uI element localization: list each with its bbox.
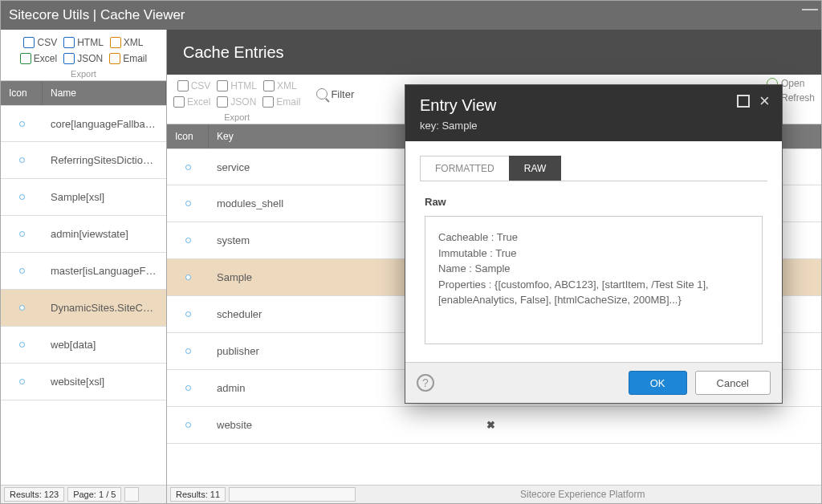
email-icon (262, 96, 274, 108)
row-icon (185, 348, 191, 354)
ok-button[interactable]: OK (629, 371, 687, 395)
row-icon (185, 201, 191, 206)
cache-name: website[xsl] (43, 376, 166, 388)
entries-title: Cache Entries (167, 30, 821, 75)
xml-icon (263, 80, 275, 91)
html-icon (63, 37, 75, 48)
header-icon[interactable]: Icon (167, 124, 209, 148)
cache-list-status: Results: 123 Page: 1 / 5 (1, 485, 166, 503)
expired-icon: ✖ (466, 419, 515, 431)
json-icon (63, 53, 75, 64)
excel-icon (173, 96, 185, 108)
cache-name: ReferringSitesDictionaryCache (43, 154, 166, 166)
cache-list-headers: Icon Name (1, 81, 166, 105)
export-html[interactable]: HTML (63, 35, 104, 51)
dialog-footer: ? OK Cancel (405, 362, 782, 403)
raw-heading: Raw (425, 196, 763, 208)
export-excel[interactable]: Excel (20, 51, 57, 67)
entries-export-label: Export (224, 112, 250, 122)
row-icon (19, 268, 25, 274)
cache-list-row[interactable]: ReferringSitesDictionaryCache (1, 142, 166, 179)
cache-list-rows: core[languageFallback]ReferringSitesDict… (1, 105, 166, 485)
titlebar: Sitecore Utils | Cache Viewer (1, 1, 821, 30)
cancel-button[interactable]: Cancel (695, 371, 771, 395)
cache-name: core[languageFallback] (43, 118, 166, 130)
dialog-subtitle: key: Sample (420, 120, 767, 132)
help-button[interactable]: ? (417, 374, 434, 392)
entry-key: website (209, 419, 466, 431)
entry-view-dialog: Entry View key: Sample × FORMATTED RAW R… (405, 84, 783, 404)
row-icon (185, 274, 191, 280)
header-icon[interactable]: Icon (1, 81, 43, 105)
cache-list-row[interactable]: Sample[xsl] (1, 179, 166, 216)
cache-list-row[interactable]: DynamicSites.SiteCache (1, 290, 166, 327)
row-icon (185, 311, 191, 317)
app-window: Sitecore Utils | Cache Viewer CSV HTML X… (0, 0, 822, 504)
filter-button[interactable]: Filter (316, 78, 354, 110)
cache-list-row[interactable]: core[languageFallback] (1, 105, 166, 142)
entries-export-xml: XML (263, 78, 297, 94)
row-icon (19, 194, 25, 200)
platform-footer: Sitecore Experience Platform (520, 489, 645, 500)
entries-export-excel: Excel (173, 94, 210, 110)
csv-icon (23, 37, 35, 48)
cache-name: master[isLanguageFallbackValid] (43, 265, 166, 277)
row-icon (185, 385, 191, 391)
xml-icon (110, 37, 121, 48)
json-icon (217, 96, 228, 108)
results-cell: Results: 123 (4, 487, 64, 502)
export-email[interactable]: Email (109, 51, 147, 67)
entries-export-html: HTML (217, 78, 257, 94)
cache-list-row[interactable]: web[data] (1, 327, 166, 364)
export-xml[interactable]: XML (110, 35, 144, 51)
app-title: Sitecore Utils | Cache Viewer (9, 7, 185, 23)
export-json[interactable]: JSON (63, 51, 103, 67)
cache-name: Sample[xsl] (43, 191, 166, 203)
dialog-header: Entry View key: Sample × (405, 85, 782, 141)
page-cell: Page: 1 / 5 (67, 487, 121, 502)
entries-export-csv: CSV (177, 78, 211, 94)
tab-raw[interactable]: RAW (509, 156, 562, 181)
cache-list-row[interactable]: admin[viewstate] (1, 216, 166, 253)
row-icon (185, 238, 191, 243)
entries-results-cell: Results: 11 (170, 487, 226, 502)
row-icon (185, 165, 191, 170)
cache-name: admin[viewstate] (43, 228, 166, 240)
row-icon (19, 342, 25, 348)
entries-spacer (229, 487, 356, 502)
search-icon (316, 88, 328, 100)
cache-name: DynamicSites.SiteCache (43, 302, 166, 314)
cache-list-row[interactable]: master[isLanguageFallbackValid] (1, 253, 166, 290)
row-icon (19, 379, 25, 384)
close-button[interactable]: × (759, 95, 774, 109)
dialog-tabs: FORMATTED RAW (420, 156, 767, 181)
row-icon (19, 157, 25, 163)
cache-name: web[data] (43, 339, 166, 351)
email-icon (109, 53, 120, 64)
entries-status: Results: 11 (167, 485, 821, 503)
dialog-title: Entry View (420, 96, 767, 115)
entry-row[interactable]: website✖ (167, 407, 821, 444)
export-csv[interactable]: CSV (23, 35, 57, 51)
export-group-label: Export (1, 69, 166, 79)
cache-list-panel: CSV HTML XML Excel JSON Email Export Ico… (1, 30, 167, 503)
html-icon (217, 80, 228, 91)
excel-icon (20, 53, 31, 64)
cache-list-row[interactable]: website[xsl] (1, 364, 166, 400)
export-ribbon: CSV HTML XML Excel JSON Email Export (1, 30, 166, 81)
row-icon (19, 121, 25, 127)
row-icon (19, 305, 25, 311)
raw-textarea[interactable]: Cacheable : True Immutable : True Name :… (425, 216, 763, 344)
tab-formatted[interactable]: FORMATTED (420, 156, 510, 181)
pager-prev[interactable] (124, 487, 138, 502)
entries-export-email: Email (262, 94, 300, 110)
minimize-button[interactable] (802, 6, 818, 10)
csv-icon (177, 80, 189, 91)
row-icon (185, 422, 191, 428)
header-name[interactable]: Name (43, 81, 166, 105)
maximize-button[interactable] (737, 95, 750, 108)
entries-export-json: JSON (217, 94, 256, 110)
row-icon (19, 231, 25, 237)
